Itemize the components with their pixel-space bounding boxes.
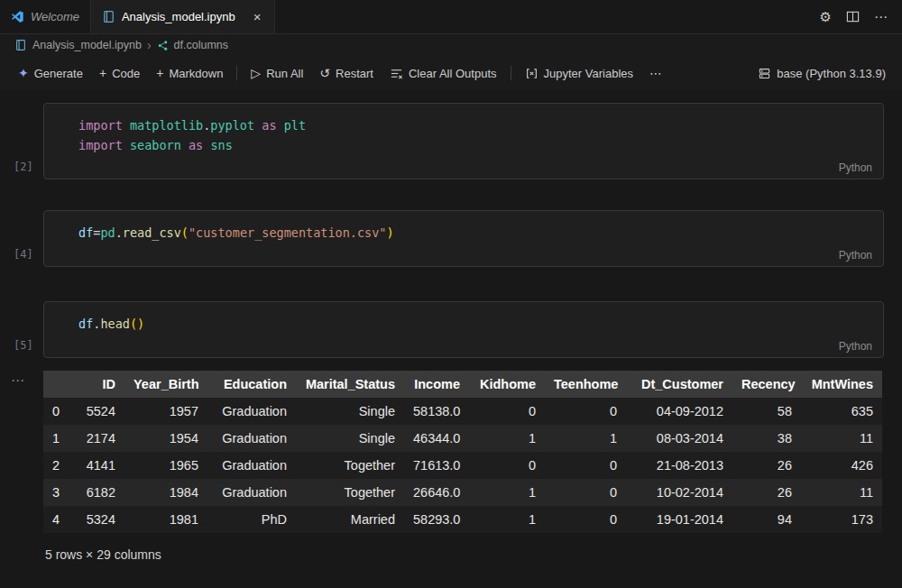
row-index: 4 <box>43 506 69 533</box>
execution-count: [5] <box>14 339 33 352</box>
table-cell: 26 <box>732 479 801 506</box>
tab-welcome[interactable]: Welcome <box>0 0 91 33</box>
editor-actions: ⚙ ⋯ <box>820 0 902 33</box>
tab-label: Analysis_model.ipynb <box>122 10 235 23</box>
breadcrumb-symbol[interactable]: df.columns <box>174 39 228 51</box>
jupyter-variables-button[interactable]: Jupyter Variables <box>518 63 640 84</box>
kernel-label: base (Python 3.13.9) <box>777 67 886 80</box>
output-more-button[interactable]: ⋯ <box>11 372 24 389</box>
table-cell: Married <box>296 506 404 533</box>
split-editor-icon[interactable] <box>846 10 860 23</box>
close-tab-icon[interactable]: × <box>251 9 264 24</box>
table-cell: 6182 <box>69 479 124 506</box>
toolbar-more-button[interactable]: ⋯ <box>642 63 669 83</box>
restart-label: Restart <box>336 67 373 80</box>
dataframe-summary: 5 rows × 29 columns <box>45 547 884 562</box>
code-editor[interactable]: df.head() <box>78 314 869 334</box>
add-markdown-cell-button[interactable]: + Markdown <box>149 63 230 84</box>
code-line: import seaborn as sns <box>78 135 869 155</box>
table-cell: 21-08-2013 <box>626 452 732 479</box>
row-index: 1 <box>43 425 69 452</box>
table-cell: Single <box>296 425 404 452</box>
editor-tab-bar: Welcome Analysis_model.ipynb × ⚙ ⋯ <box>0 0 902 34</box>
table-cell: 46344.0 <box>404 425 469 452</box>
table-row: 453241981PhDMarried58293.01019-01-201494… <box>43 506 882 533</box>
cell-language-label[interactable]: Python <box>839 340 872 353</box>
table-cell: 08-03-2014 <box>626 425 732 452</box>
dataframe-body: 055241957GraduationSingle58138.00004-09-… <box>43 398 882 533</box>
column-header: Year_Birth <box>124 371 207 398</box>
table-cell: 38 <box>732 425 801 452</box>
table-cell: 26646.0 <box>404 479 469 506</box>
table-cell: 71613.0 <box>404 452 469 479</box>
code-editor[interactable]: df=pd.read_csv("customer_segmentation.cs… <box>78 223 869 243</box>
row-index: 0 <box>43 398 69 425</box>
run-all-button[interactable]: ▷ Run All <box>244 63 310 84</box>
table-cell: Graduation <box>207 398 296 425</box>
table-cell: Graduation <box>207 479 296 506</box>
add-code-cell-button[interactable]: + Code <box>92 63 147 84</box>
more-actions-icon[interactable]: ⋯ <box>874 9 888 25</box>
tab-notebook[interactable]: Analysis_model.ipynb × <box>91 0 276 33</box>
markdown-label: Markdown <box>169 67 223 80</box>
table-cell: Graduation <box>207 452 296 479</box>
restart-icon: ↺ <box>319 67 330 79</box>
breadcrumb-separator: › <box>147 38 152 52</box>
table-row: 121741954GraduationSingle46344.01108-03-… <box>43 425 882 452</box>
table-cell: 1 <box>469 479 545 506</box>
dataframe-head: IDYear_BirthEducationMarital_StatusIncom… <box>43 371 882 398</box>
code-editor[interactable]: import matplotlib.pyplot as pltimport se… <box>78 115 869 155</box>
table-cell: 1 <box>545 425 626 452</box>
notebook-cell: [4] df=pd.read_csv("customer_segmentatio… <box>43 210 884 267</box>
cell-language-label[interactable]: Python <box>839 161 872 174</box>
column-header: Income <box>404 371 469 398</box>
table-cell: 2174 <box>69 425 124 452</box>
variables-icon <box>525 67 538 80</box>
clear-all-icon <box>390 67 403 80</box>
sparkle-icon: ✦ <box>18 67 29 79</box>
settings-gear-icon[interactable]: ⚙ <box>820 9 832 25</box>
execution-count: [2] <box>14 161 33 173</box>
code-label: Code <box>112 67 140 80</box>
table-cell: 58138.0 <box>404 398 469 425</box>
row-index: 3 <box>43 479 69 506</box>
column-header: ID <box>69 371 124 398</box>
tab-label: Welcome <box>31 10 79 23</box>
vscode-logo-icon <box>11 10 24 23</box>
table-cell: 173 <box>801 506 882 533</box>
jupyter-variables-label: Jupyter Variables <box>544 67 633 80</box>
cell-language-label[interactable]: Python <box>839 249 872 262</box>
clear-all-outputs-button[interactable]: Clear All Outputs <box>382 63 504 84</box>
table-cell: 11 <box>801 425 882 452</box>
restart-button[interactable]: ↺ Restart <box>312 63 381 84</box>
table-cell: 11 <box>801 479 882 506</box>
column-header: Kidhome <box>469 371 545 398</box>
table-cell: Together <box>296 479 404 506</box>
column-header: Education <box>207 371 296 398</box>
generate-label: Generate <box>34 67 83 80</box>
table-row: 361821984GraduationTogether26646.01010-0… <box>43 479 882 506</box>
dataframe-table: IDYear_BirthEducationMarital_StatusIncom… <box>43 371 882 533</box>
execution-count: [4] <box>14 248 33 261</box>
table-cell: 1 <box>469 506 545 533</box>
plus-icon: + <box>156 67 163 79</box>
table-cell: 0 <box>545 506 626 533</box>
table-cell: 5524 <box>69 398 124 425</box>
table-cell: 10-02-2014 <box>626 479 732 506</box>
table-cell: 19-01-2014 <box>626 506 732 533</box>
column-header: MntWines <box>801 371 882 398</box>
breadcrumb-file[interactable]: Analysis_model.ipynb <box>32 39 142 51</box>
symbol-icon <box>157 40 169 51</box>
more-icon: ⋯ <box>649 67 662 79</box>
kernel-picker[interactable]: base (Python 3.13.9) <box>752 63 891 84</box>
toolbar-separator <box>511 66 511 80</box>
table-cell: 1984 <box>124 479 207 506</box>
table-cell: Graduation <box>207 425 296 452</box>
generate-button[interactable]: ✦ Generate <box>11 63 90 84</box>
table-header-row: IDYear_BirthEducationMarital_StatusIncom… <box>43 371 882 398</box>
table-cell: 58 <box>732 398 801 425</box>
column-header: Teenhome <box>545 371 626 398</box>
notebook-cell: [5] df.head() Python <box>43 301 884 358</box>
table-cell: 1965 <box>124 452 207 479</box>
table-row: 241411965GraduationTogether71613.00021-0… <box>43 452 882 479</box>
